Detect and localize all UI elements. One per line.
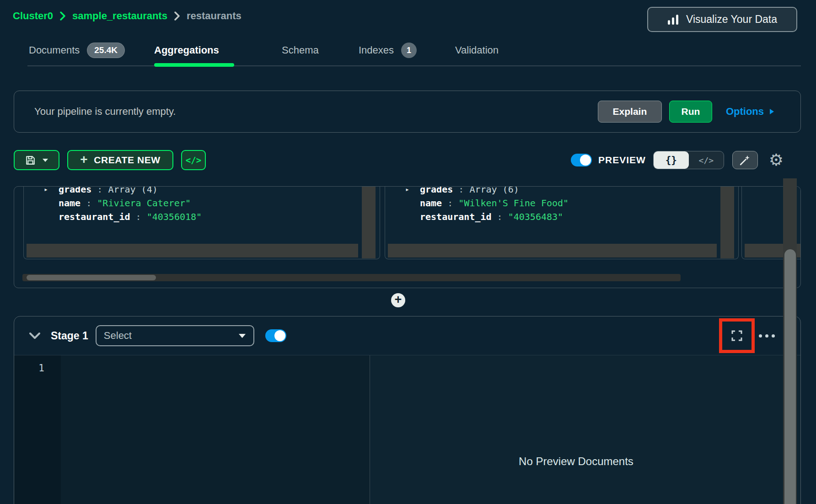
documents-count-badge: 25.4K: [87, 43, 125, 58]
annotation-highlight-box: [719, 318, 755, 353]
card-vertical-scrollbar[interactable]: [362, 186, 376, 258]
preview-toggle-label: PREVIEW: [598, 155, 646, 166]
document-field-grades: ▸grades : Array (6): [405, 186, 519, 196]
field-value: "40356018": [147, 211, 202, 222]
chevron-right-icon: [59, 11, 66, 21]
plus-icon: +: [395, 294, 402, 306]
fullscreen-icon: [730, 329, 743, 342]
field-key: restaurant_id: [420, 211, 492, 222]
options-label: Options: [726, 106, 764, 118]
card-horizontal-scrollbar[interactable]: [27, 244, 358, 257]
tab-indexes[interactable]: Indexes 1: [359, 42, 417, 59]
create-new-stage-button[interactable]: + CREATE NEW: [67, 150, 173, 170]
options-button[interactable]: Options: [726, 106, 775, 118]
tab-schema-label: Schema: [282, 44, 319, 56]
tab-documents[interactable]: Documents 25.4K: [29, 42, 125, 59]
save-pipeline-button[interactable]: [14, 150, 59, 170]
builder-mode-button[interactable]: {}: [654, 151, 689, 169]
expand-array-icon[interactable]: ▸: [405, 186, 420, 193]
stage-operator-select[interactable]: Select: [96, 325, 254, 346]
caret-down-icon: [42, 158, 48, 162]
triangle-right-icon: [769, 108, 775, 115]
toggle-knob: [274, 330, 285, 341]
indexes-count-badge: 1: [401, 43, 417, 58]
field-separator: :: [81, 198, 97, 209]
stage-preview-pane: No Preview Documents: [370, 355, 800, 504]
field-key: restaurant_id: [59, 211, 130, 222]
pipeline-empty-banner: Your pipeline is currently empty. Explai…: [14, 91, 801, 133]
field-key: name: [59, 198, 81, 209]
settings-gear-icon[interactable]: ⚙: [769, 151, 784, 169]
field-separator: :: [453, 186, 469, 195]
stage-card: Stage 1 Select: [14, 316, 801, 504]
caret-down-icon: [238, 333, 246, 338]
field-value: "40356483": [508, 211, 563, 222]
ellipsis-dot: [765, 334, 768, 338]
page-vertical-scrollbar-thumb[interactable]: [784, 249, 796, 504]
stage-options-menu-button[interactable]: [759, 334, 775, 338]
field-value: Array (4): [108, 186, 157, 195]
card-vertical-scrollbar[interactable]: [720, 186, 734, 258]
compass-aggregations-page: Cluster0 sample_restaurants restaurants …: [0, 0, 816, 504]
pipeline-toolbar-right: PREVIEW {} </> ⚙: [571, 150, 784, 170]
document-field-name: name : "Riviera Caterer": [44, 197, 191, 209]
plus-icon: +: [80, 153, 88, 166]
visualize-your-data-label: Visualize Your Data: [686, 13, 777, 26]
tab-indexes-label: Indexes: [359, 44, 394, 56]
field-separator: :: [442, 198, 458, 209]
line-number: 1: [38, 363, 44, 374]
stage-code-editor[interactable]: [61, 355, 370, 504]
pipeline-as-text-button[interactable]: </>: [181, 150, 206, 170]
stage-header: Stage 1 Select: [14, 316, 800, 355]
field-separator: :: [130, 211, 147, 222]
fullscreen-button[interactable]: [730, 329, 743, 342]
pipeline-empty-message: Your pipeline is currently empty.: [34, 106, 598, 118]
breadcrumb-database-link[interactable]: sample_restaurants: [72, 10, 167, 22]
output-mode-segmented-control: {} </>: [653, 151, 724, 169]
toggle-knob: [580, 155, 591, 166]
document-field-restaurant-id: restaurant_id : "40356483": [405, 210, 563, 223]
field-separator: :: [492, 211, 508, 222]
field-separator: :: [91, 186, 108, 195]
editor-line-number-gutter: 1: [14, 355, 61, 504]
collapse-stage-chevron-icon[interactable]: [29, 332, 41, 340]
add-stage-button[interactable]: +: [391, 293, 405, 307]
stage-enabled-toggle[interactable]: [265, 329, 286, 342]
tab-validation-label: Validation: [455, 44, 499, 56]
preview-horizontal-scrollbar-thumb[interactable]: [27, 275, 156, 280]
tab-aggregations-label: Aggregations: [154, 44, 219, 56]
ai-wand-button[interactable]: [732, 151, 758, 169]
breadcrumb-collection-current: restaurants: [187, 10, 242, 22]
ellipsis-dot: [759, 334, 762, 338]
text-mode-button[interactable]: </>: [689, 151, 724, 169]
card-horizontal-scrollbar[interactable]: [388, 244, 717, 257]
field-key: name: [420, 198, 442, 209]
run-button[interactable]: Run: [669, 101, 712, 123]
field-value: Array (6): [469, 186, 519, 195]
document-card: ▸grades : Array (4) name : "Riviera Cate…: [23, 186, 380, 259]
breadcrumb-cluster-link[interactable]: Cluster0: [13, 10, 53, 22]
magic-wand-icon: [739, 154, 751, 166]
braces-icon: {}: [666, 155, 677, 166]
visualize-your-data-button[interactable]: Visualize Your Data: [647, 7, 797, 32]
tab-schema[interactable]: Schema: [282, 42, 319, 59]
document-field-name: name : "Wilken'S Fine Food": [405, 197, 569, 209]
code-icon: </>: [699, 155, 714, 165]
preview-toggle[interactable]: [571, 154, 592, 166]
field-key: grades: [59, 186, 91, 195]
tab-aggregations[interactable]: Aggregations: [154, 42, 219, 59]
field-key: grades: [420, 186, 453, 195]
bar-chart-icon: [667, 14, 679, 25]
explain-button[interactable]: Explain: [598, 101, 662, 123]
field-value: "Riviera Caterer": [97, 198, 191, 209]
tab-validation[interactable]: Validation: [455, 42, 499, 59]
breadcrumb: Cluster0 sample_restaurants restaurants: [13, 10, 242, 22]
expand-array-icon[interactable]: ▸: [44, 186, 59, 193]
document-field-restaurant-id: restaurant_id : "40356018": [44, 210, 202, 223]
stage-operator-placeholder: Select: [104, 330, 132, 342]
stage-body: 1 No Preview Documents: [14, 355, 800, 504]
field-value: "Wilken'S Fine Food": [458, 198, 569, 209]
stage-title: Stage 1: [51, 330, 88, 342]
pipeline-toolbar-left: + CREATE NEW </>: [14, 150, 206, 170]
code-icon: </>: [186, 155, 201, 165]
